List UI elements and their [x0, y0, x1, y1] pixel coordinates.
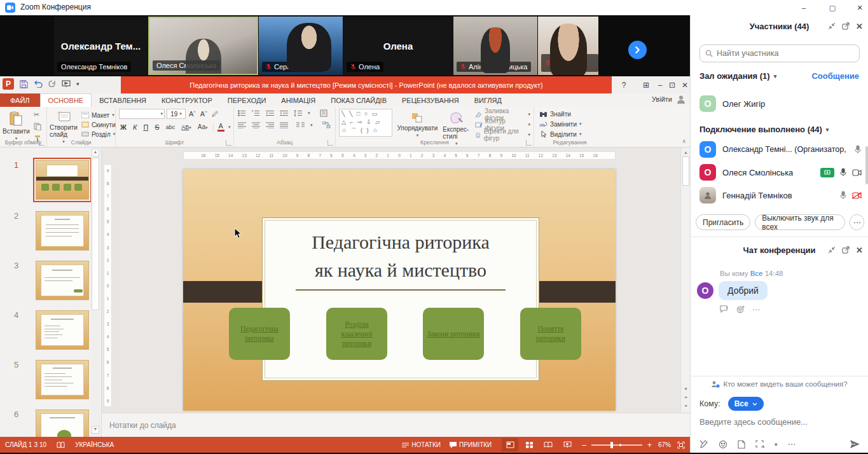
- participant-row[interactable]: O Олеся Смолінська: [699, 163, 862, 182]
- video-tile[interactable]: Олена Олена: [343, 17, 453, 75]
- find-button[interactable]: Знайти: [539, 109, 600, 118]
- zoom-out-button[interactable]: –: [582, 441, 586, 450]
- participant-search-box[interactable]: [699, 45, 860, 62]
- section-button[interactable]: Розділ▾: [81, 130, 116, 139]
- tab-view[interactable]: ВИГЛЯД: [467, 93, 509, 107]
- select-button[interactable]: Виділити▾: [539, 130, 600, 139]
- chat-message-bubble[interactable]: Добрий: [719, 281, 768, 300]
- reset-button[interactable]: Скинути: [81, 120, 116, 129]
- spellcheck-icon[interactable]: [57, 441, 65, 449]
- customize-qat-icon[interactable]: ▾: [76, 81, 79, 87]
- ppt-restore-icon[interactable]: ⊡: [665, 76, 679, 93]
- ribbon-display-options-icon[interactable]: ⊞: [639, 76, 653, 93]
- start-slideshow-icon[interactable]: [62, 80, 71, 88]
- participants-scrollbar[interactable]: [865, 146, 868, 184]
- convert-smartart-icon[interactable]: [322, 121, 331, 128]
- shape-effects-button[interactable]: Ефекти для фігур▾: [475, 130, 530, 139]
- strikethrough-button[interactable]: S: [153, 123, 160, 131]
- participants-close-icon[interactable]: ✕: [856, 22, 863, 31]
- notes-pane[interactable]: Нотатки до слайда: [102, 413, 690, 437]
- grow-font-icon[interactable]: А˄: [188, 110, 197, 118]
- more-options-button[interactable]: ⋯: [850, 214, 864, 230]
- shapes-gallery[interactable]: ╲ ╲ □ ○ ▭△ ⌐ ⇨ ⇩ ▱☆ ⌒ ( ) ☆: [339, 109, 392, 137]
- joined-section[interactable]: Подключение выполнено (44) ▾: [699, 125, 859, 134]
- justify-icon[interactable]: [280, 122, 288, 128]
- collapse-ribbon-icon[interactable]: ∧: [682, 138, 686, 144]
- columns-icon[interactable]: [296, 122, 305, 128]
- thumbnail-scrollbar[interactable]: ▲ ▼: [91, 148, 100, 437]
- waiting-participant-row[interactable]: O Олег Жигір: [699, 94, 862, 113]
- align-center-icon[interactable]: [252, 122, 260, 128]
- bullets-icon[interactable]: [238, 110, 246, 116]
- paragraph-dialog-launcher-icon[interactable]: [327, 140, 333, 146]
- slide-thumbnail-6[interactable]: [36, 409, 89, 437]
- chat-message-input[interactable]: [699, 417, 859, 427]
- numbering-icon[interactable]: [252, 110, 260, 116]
- decrease-indent-icon[interactable]: [266, 110, 274, 116]
- chevron-down-icon[interactable]: ▾: [775, 441, 778, 448]
- maximize-window-icon[interactable]: ▢: [819, 0, 846, 15]
- slide-link-box-3[interactable]: Закони риторики: [423, 308, 484, 360]
- emoji-icon[interactable]: [719, 440, 727, 449]
- line-spacing-icon[interactable]: [294, 110, 302, 116]
- reply-icon[interactable]: [720, 305, 729, 314]
- previous-slide-button[interactable]: ⏶: [681, 393, 690, 402]
- slide-canvas[interactable]: Педагогічна риторика як наука й мистецтв…: [183, 169, 616, 411]
- close-window-icon[interactable]: ✕: [846, 0, 868, 15]
- tab-design[interactable]: КОНСТРУКТОР: [154, 93, 220, 107]
- slide-title-card[interactable]: Педагогічна риторика як наука й мистецтв…: [262, 217, 539, 381]
- camera-on-icon[interactable]: [852, 169, 862, 176]
- slide-sorter-view-button[interactable]: [521, 438, 537, 451]
- tab-home[interactable]: ОСНОВНЕ: [40, 93, 92, 107]
- video-tile[interactable]: Олександр Тем... Олександр Темніков: [54, 17, 148, 75]
- tab-insert[interactable]: ВСТАВЛЕННЯ: [92, 93, 154, 107]
- save-icon[interactable]: [20, 80, 28, 88]
- message-waiting-link[interactable]: Сообщение: [811, 71, 859, 81]
- mic-icon[interactable]: [839, 191, 847, 200]
- undo-icon[interactable]: [34, 81, 43, 88]
- chat-more-icon[interactable]: ⋯: [788, 439, 796, 449]
- send-message-icon[interactable]: [850, 439, 860, 449]
- shrink-font-icon[interactable]: А˅: [199, 110, 209, 118]
- waiting-room-section[interactable]: Зал ожидания (1) ▾ Сообщение: [699, 71, 859, 81]
- clear-formatting-icon[interactable]: 🖉: [210, 110, 220, 118]
- camera-off-icon[interactable]: [852, 192, 862, 199]
- slide-link-box-2[interactable]: Розділи класичної риторики: [326, 308, 387, 360]
- underline-button[interactable]: П: [142, 123, 149, 131]
- replace-button[interactable]: ab Замінити▾: [539, 120, 600, 128]
- zoom-slider[interactable]: [591, 444, 642, 446]
- slide-thumbnail-1[interactable]: [36, 160, 89, 200]
- participant-row[interactable]: O Олександр Темні... (Организатор, я): [699, 140, 862, 159]
- add-reaction-icon[interactable]: [736, 305, 745, 314]
- layout-button[interactable]: Макет▾: [81, 111, 116, 120]
- participants-popout-icon[interactable]: [842, 22, 850, 30]
- bold-button[interactable]: Ж: [119, 123, 128, 131]
- video-tile-active-speaker[interactable]: Олеся Смолінська: [148, 17, 258, 75]
- fit-to-window-icon[interactable]: [677, 441, 685, 449]
- comments-toggle[interactable]: ПРИМІТКИ: [450, 441, 492, 448]
- next-video-page-button[interactable]: [628, 41, 647, 59]
- help-icon[interactable]: ?: [617, 76, 631, 93]
- slide-thumbnail-4[interactable]: [36, 310, 89, 350]
- reading-view-button[interactable]: [540, 438, 556, 451]
- drawing-dialog-launcher-icon[interactable]: [526, 140, 532, 146]
- minimize-window-icon[interactable]: –: [790, 0, 817, 15]
- slide-link-box-1[interactable]: Педагогічна риторика: [229, 308, 290, 360]
- chat-privacy-note[interactable]: Кто может видеть ваши сообщения?: [691, 380, 868, 388]
- cut-icon[interactable]: ✂: [34, 111, 43, 120]
- slide-link-box-4[interactable]: Поняття риторики: [520, 308, 581, 360]
- font-size-select[interactable]: 19▾: [167, 109, 186, 119]
- invite-button[interactable]: Пригласить: [696, 214, 750, 230]
- screenshot-icon[interactable]: [755, 440, 764, 448]
- tab-slideshow[interactable]: ПОКАЗ СЛАЙДІВ: [323, 93, 394, 107]
- language-indicator[interactable]: УКРАЇНСЬКА: [75, 441, 114, 448]
- tab-transitions[interactable]: ПЕРЕХОДИ: [220, 93, 274, 107]
- tab-file[interactable]: ФАЙЛ: [0, 93, 40, 107]
- mic-icon[interactable]: [839, 168, 847, 177]
- font-name-select[interactable]: ▾: [119, 109, 165, 119]
- file-icon[interactable]: [738, 440, 745, 449]
- normal-view-button[interactable]: [502, 438, 518, 451]
- clipboard-dialog-launcher-icon[interactable]: [39, 140, 45, 146]
- chat-collapse-icon[interactable]: [828, 246, 836, 254]
- send-to-select[interactable]: Все: [728, 397, 764, 411]
